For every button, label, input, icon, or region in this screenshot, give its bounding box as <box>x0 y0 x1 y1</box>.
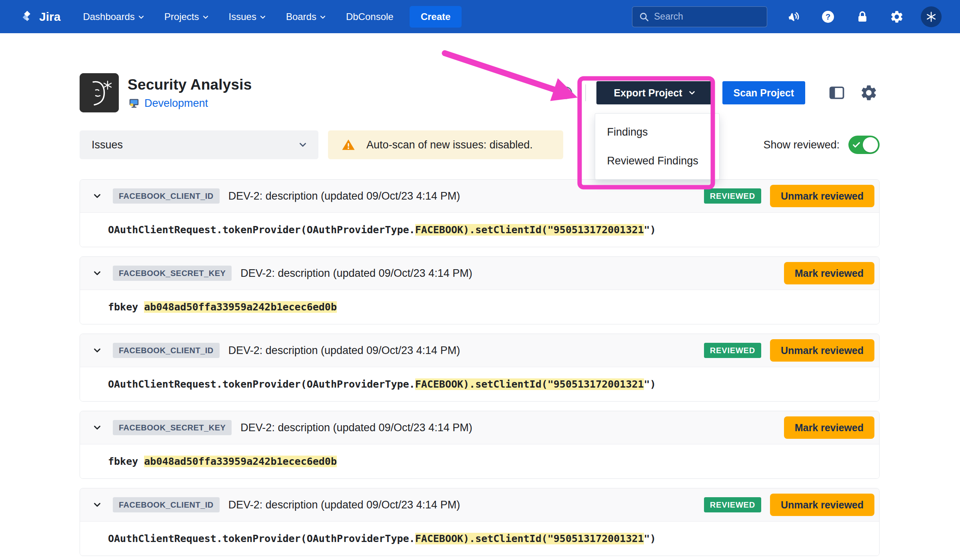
jira-logo-icon <box>20 10 34 24</box>
side-panel-icon <box>828 84 846 102</box>
reviewed-status-badge: REVIEWED <box>704 497 761 512</box>
workstation-icon <box>128 97 140 109</box>
info-button[interactable] <box>557 84 575 102</box>
collapse-chevron-icon[interactable] <box>92 268 102 278</box>
search-input[interactable] <box>654 11 760 22</box>
code-highlight: FACEBOOK).setClientId("950513172001321 <box>415 378 644 390</box>
nav-item-dashboards[interactable]: Dashboards <box>83 11 145 22</box>
finding-card: FACEBOOK_CLIENT_ID DEV-2: description (u… <box>80 334 880 402</box>
nav-item-label: Dashboards <box>83 11 134 22</box>
code-pre: fbkey <box>108 456 144 467</box>
code-pre: OAuthClientRequest.tokenProvider(OAuthPr… <box>108 378 415 390</box>
show-reviewed-label: Show reviewed: <box>763 139 840 151</box>
finding-type-badge: FACEBOOK_CLIENT_ID <box>113 188 220 204</box>
detail-view-button[interactable] <box>826 82 848 104</box>
finding-actions: REVIEWED Unmark reviewed <box>704 339 874 362</box>
toolbar: Issues Auto-scan of new issues: disabled… <box>80 130 880 159</box>
finding-card: FACEBOOK_CLIENT_ID DEV-2: description (u… <box>80 488 880 556</box>
menu-item-findings[interactable]: Findings <box>595 118 719 146</box>
top-nav: Jira Dashboards Projects Issues Boards D… <box>0 0 960 33</box>
gear-icon <box>890 10 904 24</box>
code-highlight: FACEBOOK).setClientId("950513172001321 <box>415 533 644 544</box>
svg-text:?: ? <box>826 12 830 21</box>
collapse-chevron-icon[interactable] <box>92 191 102 201</box>
collapse-chevron-icon[interactable] <box>92 422 102 433</box>
chevron-down-icon <box>202 13 210 21</box>
finding-title: DEV-2: description (updated 09/Oct/23 4:… <box>240 267 472 280</box>
export-project-label: Export Project <box>614 87 682 99</box>
collapse-chevron-icon[interactable] <box>92 345 102 356</box>
finding-code: OAuthClientRequest.tokenProvider(OAuthPr… <box>108 224 656 236</box>
show-reviewed-toggle[interactable] <box>848 136 880 154</box>
code-pre: OAuthClientRequest.tokenProvider(OAuthPr… <box>108 224 415 236</box>
finding-code: fbkey ab048ad50ffa33959a242b1ecec6ed0b <box>108 456 337 467</box>
megaphone-icon <box>785 8 802 25</box>
finding-header: FACEBOOK_SECRET_KEY DEV-2: description (… <box>80 257 879 290</box>
finding-body: fbkey ab048ad50ffa33959a242b1ecec6ed0b <box>80 444 879 478</box>
page-header: Security Analysis Development <box>80 73 880 112</box>
finding-card: FACEBOOK_SECRET_KEY DEV-2: description (… <box>80 411 880 479</box>
help-button[interactable]: ? <box>818 6 838 27</box>
search-icon <box>639 12 649 22</box>
warning-text: Auto-scan of new issues: disabled. <box>366 139 533 151</box>
lock-icon <box>856 10 869 24</box>
finding-card: FACEBOOK_CLIENT_ID DEV-2: description (u… <box>80 179 880 247</box>
search-box[interactable] <box>632 6 767 27</box>
export-project-wrap: Export Project Findings Reviewed Finding… <box>596 81 714 104</box>
autoscan-warning-banner: Auto-scan of new issues: disabled. <box>328 130 563 159</box>
jira-logo[interactable]: Jira <box>20 10 60 24</box>
nav-item-boards[interactable]: Boards <box>286 11 327 22</box>
finding-type-badge: FACEBOOK_SECRET_KEY <box>113 266 232 281</box>
export-project-button[interactable]: Export Project <box>596 81 714 104</box>
code-post: ") <box>644 533 656 544</box>
user-avatar[interactable] <box>921 6 942 27</box>
announcements-button[interactable] <box>783 6 804 27</box>
mark-reviewed-button[interactable]: Mark reviewed <box>784 262 874 284</box>
avatar-snowflake-icon <box>925 11 937 23</box>
code-post: ") <box>644 224 656 236</box>
project-link[interactable]: Development <box>144 97 208 110</box>
toggle-knob <box>863 137 878 152</box>
nav-item-issues[interactable]: Issues <box>229 11 267 22</box>
nav-item-projects[interactable]: Projects <box>164 11 210 22</box>
warning-icon <box>341 138 356 152</box>
finding-actions: Mark reviewed <box>784 416 874 439</box>
finding-title: DEV-2: description (updated 09/Oct/23 4:… <box>228 499 460 511</box>
mark-reviewed-button[interactable]: Mark reviewed <box>784 416 874 439</box>
brand-name: Jira <box>39 10 60 24</box>
unmark-reviewed-button[interactable]: Unmark reviewed <box>770 185 874 207</box>
finding-body: OAuthClientRequest.tokenProvider(OAuthPr… <box>80 521 879 556</box>
page-settings-button[interactable] <box>858 82 880 104</box>
create-button[interactable]: Create <box>410 6 462 28</box>
nav-item-label: Boards <box>286 11 316 22</box>
finding-title: DEV-2: description (updated 09/Oct/23 4:… <box>240 422 472 434</box>
nav-item-dbconsole[interactable]: DbConsole <box>346 11 394 22</box>
main-content: Security Analysis Development <box>0 73 960 556</box>
code-highlight: FACEBOOK).setClientId("950513172001321 <box>415 224 644 236</box>
unmark-reviewed-button[interactable]: Unmark reviewed <box>770 494 874 516</box>
code-post: ") <box>644 378 656 390</box>
finding-header: FACEBOOK_CLIENT_ID DEV-2: description (u… <box>80 334 879 367</box>
scan-project-button[interactable]: Scan Project <box>722 81 805 104</box>
nav-item-label: DbConsole <box>346 11 394 22</box>
code-pre: OAuthClientRequest.tokenProvider(OAuthPr… <box>108 533 415 544</box>
nav-icons: ? <box>783 6 942 27</box>
finding-actions: REVIEWED Unmark reviewed <box>704 494 874 516</box>
code-pre: fbkey <box>108 301 144 313</box>
issues-filter-select[interactable]: Issues <box>80 130 318 159</box>
show-reviewed-control: Show reviewed: <box>763 136 880 154</box>
menu-item-reviewed-findings[interactable]: Reviewed Findings <box>595 146 719 175</box>
finding-body: OAuthClientRequest.tokenProvider(OAuthPr… <box>80 212 879 247</box>
finding-type-badge: FACEBOOK_CLIENT_ID <box>113 343 220 358</box>
finding-header: FACEBOOK_CLIENT_ID DEV-2: description (u… <box>80 180 879 212</box>
finding-body: OAuthClientRequest.tokenProvider(OAuthPr… <box>80 367 879 401</box>
security-lock-button[interactable] <box>852 6 873 27</box>
finding-header: FACEBOOK_SECRET_KEY DEV-2: description (… <box>80 411 879 444</box>
unmark-reviewed-button[interactable]: Unmark reviewed <box>770 339 874 362</box>
collapse-chevron-icon[interactable] <box>92 500 102 510</box>
nav-item-label: Projects <box>164 11 199 22</box>
finding-header: FACEBOOK_CLIENT_ID DEV-2: description (u… <box>80 488 879 521</box>
chevron-down-icon <box>298 140 308 150</box>
project-subtitle: Development <box>128 97 252 110</box>
admin-settings-button[interactable] <box>886 6 907 27</box>
